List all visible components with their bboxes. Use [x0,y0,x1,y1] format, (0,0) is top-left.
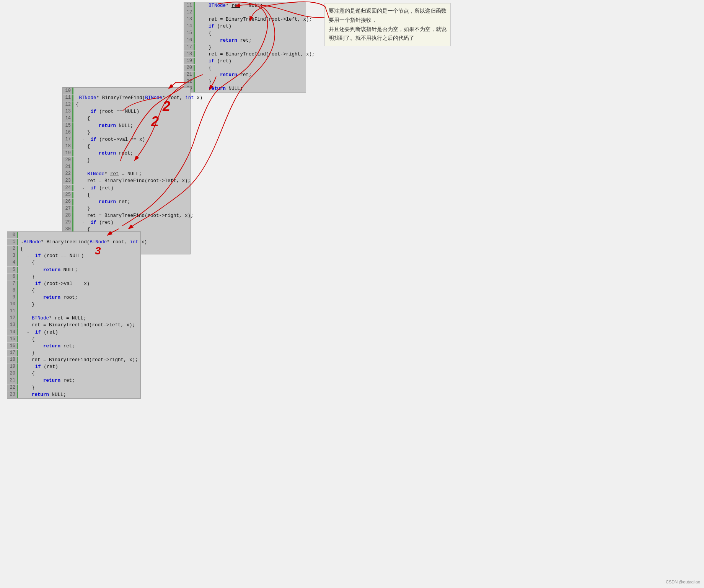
code-line: 1 -BTNode* BinaryTreeFind(BTNode* root, … [7,239,140,246]
code-line: 4 { [7,259,140,266]
code-line: 10 [63,88,190,94]
code-line: 16 return ret; [7,343,140,350]
code-line: 12 [184,9,306,16]
code-line: 7 - if (root->val == x) [7,280,140,287]
code-line: 21 return ret; [184,72,306,78]
code-line: 20 } [63,157,190,164]
code-line: 9 return root; [7,294,140,301]
code-line: 16 return ret; [184,37,306,44]
code-line: 23 return NULL; [184,85,306,92]
code-line: 22 } [184,78,306,85]
code-line: 29 - if (ret) [63,219,190,226]
code-panel-middle: 10 11 -BTNode* BinaryTreeFind(BTNode* ro… [62,87,191,254]
code-line: 6 } [7,274,140,280]
code-line: 2 { [7,246,140,252]
code-line: 15 { [7,336,140,343]
code-line: 17 } [184,44,306,51]
code-line: 14 - if (ret) [7,329,140,336]
code-line: 13 ret = BinaryTreeFind(root->left, x); [7,322,140,329]
code-line: 14 { [63,115,190,122]
code-line: 22 BTNode* ret = NULL; [63,171,190,178]
code-line: 3 - if (root == NULL) [7,252,140,259]
code-line: 20 { [7,370,140,377]
code-line: 13 - if (root == NULL) [63,108,190,115]
code-line: 17 } [7,350,140,357]
code-line: 25 { [63,192,190,199]
code-line: 19 if (ret) [184,58,306,65]
code-line: 18 ret = BinaryTreeFind(root->right, x); [7,357,140,363]
code-line: 18 { [63,143,190,150]
code-line: 13 ret = BinaryTreeFind(root->left, x); [184,16,306,23]
annotation-text: 要注意的是递归返回的是一个节点，所以递归函数要用一个指针接收， 并且还要判断该指… [329,8,447,41]
code-line: 15 { [184,30,306,37]
code-line: 20 { [184,65,306,72]
code-line: 17 - if (root->val == x) [63,136,190,143]
code-line: 8 { [7,287,140,294]
code-line: 11 -BTNode* BinaryTreeFind(BTNode* root,… [63,94,190,101]
code-line: 12 BTNode* ret = NULL; [7,315,140,322]
code-line: 19 return root; [63,150,190,157]
code-line: 28 ret = BinaryTreeFind(root->right, x); [63,212,190,219]
code-line: 24 - if (ret) [63,185,190,192]
code-line: 19 - if (ret) [7,363,140,370]
code-line: 11 [7,308,140,315]
code-line: 21 return ret; [7,377,140,384]
code-line: 27 } [63,205,190,212]
watermark: CSDN @outaqilao [666,580,700,584]
code-line: 14 if (ret) [184,23,306,30]
code-line: 21 [63,164,190,171]
code-line: 5 return NULL; [7,267,140,274]
code-line: 23 return NULL; [7,391,140,398]
code-line: 15 return NULL; [63,122,190,129]
code-line: 12 { [63,101,190,108]
code-panel-bottom: 0 1 -BTNode* BinaryTreeFind(BTNode* root… [7,231,141,399]
code-line: 26 return ret; [63,199,190,205]
code-line: 10 } [7,301,140,308]
code-line: 22 } [7,384,140,391]
code-line: 18 ret = BinaryTreeFind(root->right, x); [184,51,306,58]
code-line: 0 [7,232,140,239]
code-panel-top: 11 BTNode* ret = NULL; 12 13 ret = Binar… [184,2,306,93]
code-line: 23 ret = BinaryTreeFind(root->left, x); [63,178,190,184]
code-line: 16 } [63,129,190,136]
annotation-box: 要注意的是递归返回的是一个节点，所以递归函数要用一个指针接收， 并且还要判断该指… [324,3,451,46]
code-line: 11 BTNode* ret = NULL; [184,2,306,9]
